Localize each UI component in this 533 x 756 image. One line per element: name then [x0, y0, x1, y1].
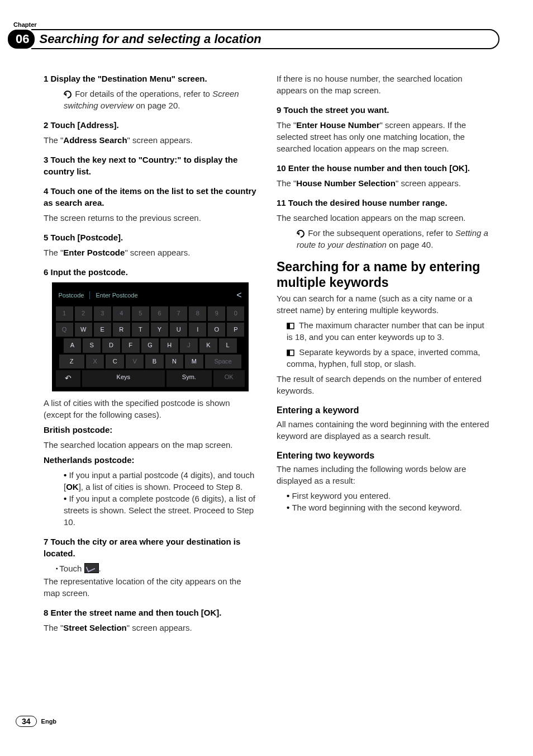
key-d[interactable]: D [102, 338, 121, 353]
step-5-head: 5 Touch [Postcode]. [44, 231, 256, 243]
s2-post: " screen appears. [127, 135, 193, 145]
step-3: 3 Touch the key next to "Country:" to di… [44, 154, 256, 177]
chapter-title-wrap: Searching for and selecting a location [31, 29, 499, 49]
step-8: 8 Enter the street name and then touch [… [44, 607, 256, 634]
subheading-a: Entering a keyword [277, 404, 489, 417]
key-c[interactable]: C [105, 354, 124, 369]
key-i[interactable]: I [188, 322, 207, 337]
step-10-body: The "House Number Selection" screen appe… [277, 177, 489, 189]
note-1: The maximum character number that can be… [277, 319, 489, 343]
s5-bold: Enter Postcode [63, 248, 125, 257]
step-10: 10 Enter the house number and then touch… [277, 162, 489, 189]
step-4-head: 4 Touch one of the items on the list to … [44, 185, 256, 209]
key-h[interactable]: H [160, 338, 179, 353]
netherlands-postcode-head: Netherlands postcode: [44, 454, 256, 466]
keyboard-sym-button[interactable]: Sym. [166, 370, 212, 388]
svg-rect-1 [287, 323, 290, 329]
key-b[interactable]: B [145, 354, 164, 369]
key-8[interactable]: 8 [188, 306, 207, 321]
chapter-header: 06 Searching for and selecting a locatio… [8, 29, 499, 49]
neth-b1-bold: OK [66, 482, 79, 492]
british-postcode-body: The searched location appears on the map… [44, 439, 256, 451]
chapter-label: Chapter [13, 21, 37, 28]
page: Chapter 06 Searching for and selecting a… [0, 0, 533, 749]
step-3-head: 3 Touch the key next to "Country:" to di… [44, 154, 256, 177]
key-x[interactable]: X [85, 354, 104, 369]
key-l[interactable]: L [218, 338, 237, 353]
s11-refer-post: on page 40. [387, 240, 433, 249]
key-m[interactable]: M [184, 354, 203, 369]
key-5[interactable]: 5 [131, 306, 150, 321]
key-w[interactable]: W [74, 322, 93, 337]
chapter-number-badge: 06 [8, 30, 35, 49]
step-6-head: 6 Input the postcode. [44, 266, 256, 278]
key-6[interactable]: 6 [150, 306, 169, 321]
step-2-body: The "Address Search" screen appears. [44, 134, 256, 146]
page-language: Engb [41, 718, 57, 725]
key-y[interactable]: Y [150, 322, 169, 337]
step-7-touch: Touch . [44, 563, 256, 574]
key-s[interactable]: S [82, 338, 101, 353]
key-a[interactable]: A [63, 338, 82, 353]
keyboard-row-2: Q W E R T Y U I O P [55, 322, 245, 337]
step-7-head: 7 Touch the city or area where your dest… [44, 536, 256, 559]
key-k[interactable]: K [199, 338, 218, 353]
keyboard-undo-button[interactable]: ↶ [55, 370, 81, 388]
step-7-touch-item: Touch . [56, 563, 256, 574]
s8-pre: The " [44, 623, 63, 632]
key-space[interactable]: Space [204, 354, 242, 369]
key-0[interactable]: 0 [226, 306, 245, 321]
key-n[interactable]: N [165, 354, 184, 369]
key-j[interactable]: J [179, 338, 198, 353]
s7-touch-post: . [99, 564, 101, 573]
neth-b1-post: ], a list of cities is shown. Proceed to… [79, 482, 242, 492]
step-9-body: The "Enter House Number" screen appears.… [277, 119, 489, 154]
key-g[interactable]: G [141, 338, 160, 353]
keyboard-backspace-icon[interactable]: < [236, 289, 241, 301]
step-8-head: 8 Enter the street name and then touch [… [44, 607, 256, 618]
key-z[interactable]: Z [59, 354, 85, 369]
step-11-head: 11 Touch the desired house number range. [277, 197, 489, 209]
subheading-b: Entering two keywords [277, 450, 489, 462]
key-1[interactable]: 1 [55, 306, 74, 321]
key-9[interactable]: 9 [207, 306, 226, 321]
key-o[interactable]: O [207, 322, 226, 337]
step-9: 9 Touch the street you want. The "Enter … [277, 104, 489, 154]
key-2[interactable]: 2 [74, 306, 93, 321]
s8-post: " screen appears. [127, 623, 192, 632]
netherlands-list: If you input a partial postcode (4 digit… [44, 469, 256, 528]
s10-post: " screen appears. [396, 178, 461, 188]
key-7[interactable]: 7 [169, 306, 188, 321]
key-t[interactable]: T [131, 322, 150, 337]
key-q[interactable]: Q [55, 322, 74, 337]
key-f[interactable]: F [121, 338, 140, 353]
key-v[interactable]: V [125, 354, 144, 369]
s5-pre: The " [44, 248, 63, 257]
key-3[interactable]: 3 [93, 306, 112, 321]
content-columns: 1 Display the "Destination Menu" screen.… [44, 73, 489, 641]
note-1-text: The maximum character number that can be… [287, 320, 484, 342]
note-box-icon [287, 323, 294, 329]
s10-bold: House Number Selection [296, 178, 396, 188]
page-number: 34 [16, 716, 37, 727]
keyboard-top-bar: Postcode Enter Postcode < [55, 288, 245, 306]
step-7: 7 Touch the city or area where your dest… [44, 536, 256, 599]
keyboard-ok-button[interactable]: OK [213, 370, 245, 388]
key-p[interactable]: P [226, 322, 245, 337]
section-after: The result of search depends on the numb… [277, 373, 489, 396]
step-5-body: The "Enter Postcode" screen appears. [44, 247, 256, 258]
step-2-head: 2 Touch [Address]. [44, 119, 256, 131]
keyboard-keys-button[interactable]: Keys [82, 370, 165, 388]
step-1: 1 Display the "Destination Menu" screen.… [44, 73, 256, 111]
right-intro: If there is no house number, the searche… [277, 73, 489, 96]
s5-post: " screen appears. [125, 248, 190, 257]
two-keywords-item-2: The word beginning with the second keywo… [287, 502, 489, 513]
key-r[interactable]: R [112, 322, 131, 337]
note-2: Separate keywords by a space, inverted c… [277, 346, 489, 370]
key-4[interactable]: 4 [112, 306, 131, 321]
s9-bold: Enter House Number [296, 120, 379, 130]
key-u[interactable]: U [169, 322, 188, 337]
keyboard-mode-label: Postcode [59, 291, 84, 300]
step-4-body: The screen returns to the previous scree… [44, 212, 256, 224]
key-e[interactable]: E [93, 322, 112, 337]
